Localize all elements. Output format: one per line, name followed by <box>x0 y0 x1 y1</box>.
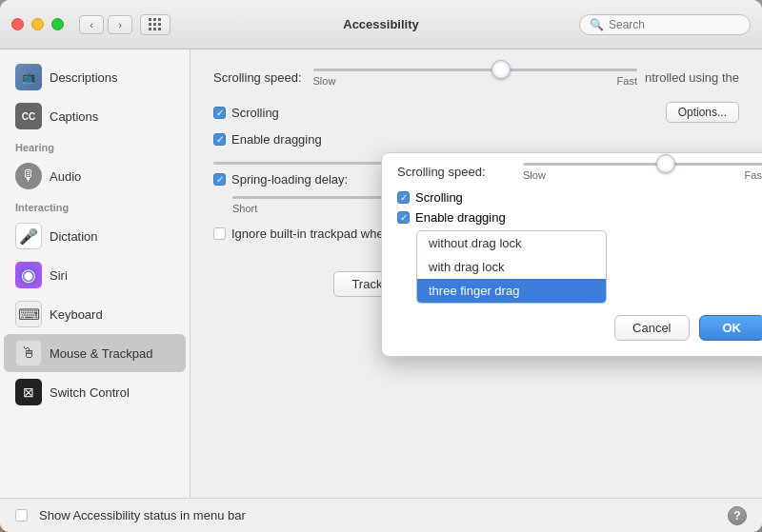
keyboard-icon: ⌨ <box>15 301 42 327</box>
back-button[interactable]: ‹ <box>79 15 104 34</box>
drag-option-with-lock[interactable]: with drag lock <box>417 255 606 279</box>
sidebar-item-label: Mouse & Trackpad <box>50 346 152 361</box>
scrolling-label: Scrolling <box>231 106 279 120</box>
traffic-lights <box>11 18 64 30</box>
speed-row: Scrolling speed: Slow Fast ntrolled usin… <box>213 69 739 87</box>
dialog-buttons: Cancel OK <box>397 315 762 341</box>
interacting-section-label: Interacting <box>0 196 190 216</box>
audio-icon: 🎙 <box>15 163 42 189</box>
scrolling-checkbox[interactable]: ✓ <box>213 107 226 119</box>
minimize-button[interactable] <box>31 18 44 30</box>
enable-dragging-row: ✓ Enable dragging <box>213 132 739 147</box>
dialog-scrolling-row: ✓ Scrolling <box>397 190 762 205</box>
main-panel: Scrolling speed: Slow Fast ntrolled usin… <box>190 49 762 498</box>
speed-slider-labels: Slow Fast <box>313 75 637 87</box>
content-area: 📺 Descriptions CC Captions Hearing 🎙 Aud… <box>0 49 762 498</box>
fast-label: Fast <box>617 75 637 87</box>
forward-button[interactable]: › <box>108 15 132 34</box>
scrolling-row: ✓ Scrolling Options... <box>213 102 739 123</box>
ok-button[interactable]: OK <box>699 315 763 341</box>
sidebar-item-dictation[interactable]: 🎤 Dictation <box>4 217 186 255</box>
close-button[interactable] <box>11 18 24 30</box>
siri-icon: ◉ <box>15 262 42 288</box>
sidebar-item-label: Captions <box>50 109 98 124</box>
sidebar-item-label: Siri <box>50 268 68 283</box>
search-input[interactable] <box>609 18 740 31</box>
hearing-section-label: Hearing <box>0 136 190 156</box>
sidebar-item-label: Keyboard <box>50 307 103 322</box>
sidebar-item-keyboard[interactable]: ⌨ Keyboard <box>4 295 186 333</box>
speed-slider-container: Slow Fast <box>313 69 637 87</box>
modal-slider-thumb[interactable] <box>656 154 675 173</box>
grid-icon <box>149 18 162 31</box>
show-status-checkbox[interactable] <box>15 509 28 522</box>
dialog-enable-drag-checkbox[interactable]: ✓ <box>397 211 410 224</box>
sidebar-item-label: Descriptions <box>50 70 118 85</box>
window-title: Accessibility <box>343 17 419 31</box>
sidebar-item-label: Audio <box>50 169 81 184</box>
drag-option-without-lock[interactable]: without drag lock <box>417 231 606 255</box>
speed-slider-track <box>313 69 637 71</box>
sidebar-item-captions[interactable]: CC Captions <box>4 97 186 135</box>
speed-label: Scrolling speed: <box>213 70 302 85</box>
show-status-label: Show Accessibility status in menu bar <box>39 508 246 522</box>
sidebar-item-siri[interactable]: ◉ Siri <box>4 256 186 294</box>
drag-option-three-finger[interactable]: three finger drag <box>417 279 606 303</box>
switch-icon: ⊠ <box>15 379 42 405</box>
modal-slider-labels: Slow Fast <box>523 169 762 181</box>
cancel-button[interactable]: Cancel <box>614 315 689 341</box>
modal-speed-label: Scrolling speed: <box>397 165 511 179</box>
drag-option-list: without drag lock with drag lock three f… <box>416 230 607 304</box>
slow-label: Slow <box>313 75 336 87</box>
sidebar-item-label: Dictation <box>50 229 98 244</box>
dialog-enable-drag-label: Enable dragging <box>415 210 506 225</box>
modal-fast: Fast <box>745 169 762 181</box>
titlebar: ‹ › Accessibility 🔍 <box>0 0 762 49</box>
search-box[interactable]: 🔍 <box>579 14 751 35</box>
nav-buttons: ‹ › <box>79 15 132 34</box>
speed-slider-thumb[interactable] <box>491 60 511 79</box>
window: ‹ › Accessibility 🔍 📺 Descriptions CC <box>0 0 762 532</box>
spring-label: Spring-loading delay: <box>231 172 348 187</box>
modal-speed-row: Scrolling speed: Slow Fast <box>397 163 762 181</box>
dragging-dialog: Scrolling speed: Slow Fast <box>381 152 762 357</box>
help-button[interactable]: ? <box>728 506 747 525</box>
enable-dragging-checkbox[interactable]: ✓ <box>213 133 226 146</box>
grid-button[interactable] <box>140 14 170 35</box>
sidebar-item-switch[interactable]: ⊠ Switch Control <box>4 373 186 411</box>
sidebar-item-label: Switch Control <box>50 385 130 400</box>
dialog-scrolling-label: Scrolling <box>415 190 463 205</box>
mouse-icon: 🖱 <box>15 340 42 366</box>
sidebar: 📺 Descriptions CC Captions Hearing 🎙 Aud… <box>0 49 190 498</box>
bottom-bar: Show Accessibility status in menu bar ? <box>0 498 762 532</box>
options-button[interactable]: Options... <box>666 102 739 123</box>
short-label: Short <box>232 203 257 214</box>
enable-dragging-label: Enable dragging <box>231 132 322 147</box>
sidebar-item-mouse[interactable]: 🖱 Mouse & Trackpad <box>4 334 186 372</box>
modal-slow: Slow <box>523 169 546 181</box>
dialog-enable-drag-row: ✓ Enable dragging <box>397 210 762 225</box>
maximize-button[interactable] <box>51 18 64 30</box>
captions-icon: CC <box>15 103 42 129</box>
descriptions-icon: 📺 <box>15 64 42 90</box>
dialog-scrolling-checkbox[interactable]: ✓ <box>397 191 410 204</box>
dialog-inner: Scrolling speed: Slow Fast <box>397 163 762 341</box>
modal-slider-track <box>523 163 762 166</box>
sidebar-item-audio[interactable]: 🎙 Audio <box>4 157 186 195</box>
controlled-text: ntrolled using the <box>645 70 739 85</box>
spring-checkbox[interactable]: ✓ <box>213 173 226 186</box>
ignore-checkbox[interactable] <box>213 227 226 240</box>
show-status-row: Show Accessibility status in menu bar <box>15 508 246 522</box>
dictation-icon: 🎤 <box>15 223 42 249</box>
sidebar-item-descriptions[interactable]: 📺 Descriptions <box>4 58 186 96</box>
search-icon: 🔍 <box>590 18 604 31</box>
